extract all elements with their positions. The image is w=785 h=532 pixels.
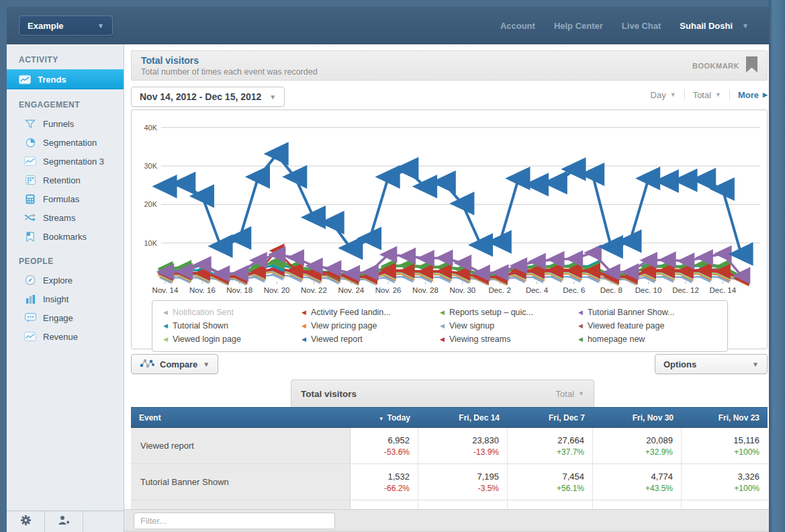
funnel-icon [24, 118, 36, 129]
value-cell: 7,454+56.1% [508, 464, 593, 500]
legend-item-viewed-feature-page[interactable]: ◀Viewed feature page [578, 320, 717, 332]
column-header-fri-dec-14[interactable]: Fri, Dec 14 [418, 413, 508, 423]
options-dropdown[interactable]: Options ▼ [655, 354, 768, 374]
value-cell: 6,952-53.6% [351, 428, 418, 463]
legend-item-viewing-streams[interactable]: ◀Viewing streams [440, 333, 578, 346]
legend-item-view-pricing-page[interactable]: ◀View pricing page [302, 320, 440, 332]
metric-dropdown[interactable]: Total ▼ [693, 90, 721, 100]
legend-item-viewed-report[interactable]: ◀Viewed report [302, 333, 440, 346]
compare-button[interactable]: Compare ▼ [131, 354, 218, 374]
nav-live-chat[interactable]: Live Chat [622, 21, 661, 31]
project-selector[interactable]: Example ▼ [19, 15, 113, 36]
column-header-event[interactable]: Event [131, 413, 351, 423]
change-percent: -66.2% [384, 484, 410, 493]
column-header-fri-nov-30[interactable]: Fri, Nov 30 [593, 413, 682, 423]
chevron-down-icon: ▼ [715, 91, 721, 98]
legend-item-notification-sent[interactable]: ◀Notification Sent [163, 306, 302, 319]
sidebar-item-segmentation[interactable]: Segmentation [7, 133, 124, 152]
top-bar: Example ▼ Account Help Center Live Chat … [7, 7, 769, 44]
value-cell: 4,774+43.5% [593, 464, 682, 500]
calc-icon [24, 193, 36, 204]
table-metric-label: Total [556, 389, 574, 399]
nav-account[interactable]: Account [500, 21, 535, 31]
series-marker-icon: ◀ [163, 306, 168, 319]
sidebar-item-streams[interactable]: Streams [7, 208, 124, 227]
invite-user-button[interactable] [45, 511, 83, 532]
sidebar-item-insight[interactable]: Insight [7, 290, 124, 308]
series-marker-icon: ◀ [302, 333, 306, 346]
sidebar-item-segmentation-3[interactable]: Segmentation 3 [7, 152, 124, 171]
svg-text:Nov. 18: Nov. 18 [226, 286, 252, 294]
compass-icon [24, 275, 36, 285]
value-cell: 27,664+37.7% [508, 428, 593, 463]
bars-icon [24, 294, 36, 304]
column-header-today[interactable]: ▼Today [351, 413, 418, 423]
spark-icon [19, 74, 31, 85]
report-title: Total visitors [141, 55, 318, 66]
svg-text:Nov. 20: Nov. 20 [264, 286, 290, 294]
svg-text:Dec. 6: Dec. 6 [563, 286, 585, 294]
legend-item-tutorial-shown[interactable]: ◀Tutorial Shown [163, 320, 302, 332]
svg-text:Dec. 8: Dec. 8 [600, 286, 622, 294]
legend-item-tutorial-banner-show-[interactable]: ◀Tutorial Banner Show... [578, 306, 717, 319]
date-range-picker[interactable]: Nov 14, 2012 - Dec 15, 2012 ▼ [131, 87, 285, 107]
bookmark-ribbon-icon [746, 56, 757, 75]
nav-help-center[interactable]: Help Center [554, 21, 603, 31]
change-percent: -13.9% [473, 447, 499, 457]
value-cell: 7,195-3.5% [418, 464, 508, 500]
table-row[interactable]: Tutorial Banner Shown1,532-66.2%7,195-3.… [131, 464, 768, 500]
sidebar-item-funnels[interactable]: Funnels [7, 114, 124, 133]
legend-item-view-signup[interactable]: ◀View signup [440, 320, 578, 332]
table-metric-dropdown[interactable]: Total ▼ [556, 389, 584, 399]
sidebar-item-engage[interactable]: Engage [7, 308, 124, 327]
trends-chart-svg[interactable]: 10K20K30K40KNov. 14Nov. 16Nov. 18Nov. 20… [132, 114, 768, 297]
sidebar-item-trends[interactable]: Trends [7, 69, 124, 89]
user-menu[interactable]: Suhail Doshi [680, 21, 733, 31]
chevron-down-icon: ▼ [670, 91, 676, 98]
series-marker-icon: ◀ [578, 306, 583, 319]
legend-item-activity-feed-landin-[interactable]: ◀Activity Feed landin... [302, 306, 440, 319]
sidebar-item-revenue[interactable]: Revenue [7, 327, 124, 346]
series-marker-icon: ◀ [578, 320, 583, 332]
interval-dropdown[interactable]: Day ▼ [651, 90, 676, 100]
settings-button[interactable] [7, 511, 45, 532]
table-row[interactable]: Viewed report6,952-53.6%23,830-13.9%27,6… [131, 428, 768, 464]
svg-text:Nov. 22: Nov. 22 [301, 286, 327, 294]
series-marker-icon: ◀ [440, 320, 445, 332]
sidebar-nav: ACTIVITYTrendsENGAGEMENTFunnelsSegmentat… [7, 55, 124, 346]
page-right-margin [769, 0, 785, 532]
trends-chart-panel: 10K20K30K40KNov. 14Nov. 16Nov. 18Nov. 20… [131, 109, 768, 349]
legend-item-homepage-new[interactable]: ◀homepage new [578, 333, 717, 346]
chevron-down-icon: ▼ [269, 93, 276, 101]
bookmark-button[interactable]: BOOKMARK [692, 56, 757, 75]
svg-text:30K: 30K [144, 162, 157, 170]
sidebar-item-explore[interactable]: Explore [7, 271, 124, 290]
compare-nodes-icon [140, 358, 154, 371]
table-header-row: Event▼TodayFri, Dec 14Fri, Dec 7Fri, Nov… [131, 407, 768, 428]
top-nav: Account Help Center Live Chat Suhail Dos… [500, 7, 749, 44]
sidebar-item-formulas[interactable]: Formulas [7, 189, 124, 208]
filter-bar [124, 509, 769, 532]
series-marker-icon: ◀ [163, 320, 168, 332]
svg-text:Nov. 26: Nov. 26 [375, 286, 402, 294]
grid-icon [24, 175, 36, 185]
column-header-fri-dec-7[interactable]: Fri, Dec 7 [508, 413, 593, 423]
sidebar-bottom-bar [7, 511, 124, 532]
sidebar-item-retention[interactable]: Retention [7, 171, 124, 189]
legend-item-viewed-login-page[interactable]: ◀Viewed login page [163, 333, 302, 346]
user-chevron-down-icon[interactable]: ▼ [742, 22, 749, 30]
legend-item-reports-setup-quic-[interactable]: ◀Reports setup – quic... [440, 306, 578, 319]
filter-input[interactable] [134, 513, 335, 529]
chevron-right-icon: ▶ [763, 91, 768, 98]
sort-desc-icon: ▼ [379, 416, 384, 422]
sidebar-item-bookmarks[interactable]: Bookmarks [7, 227, 124, 246]
column-header-fri-nov-23[interactable]: Fri, Nov 23 [682, 413, 768, 423]
svg-text:Dec. 14: Dec. 14 [709, 286, 736, 294]
pie-icon [24, 137, 36, 148]
more-button[interactable]: More ▶ [738, 90, 768, 100]
sidebar: ACTIVITYTrendsENGAGEMENTFunnelsSegmentat… [7, 44, 124, 532]
svg-text:Nov. 24: Nov. 24 [338, 286, 364, 294]
chart-controls: Nov 14, 2012 - Dec 15, 2012 ▼ Day ▼ Tota… [131, 87, 768, 107]
value-cell: 15,116+100% [682, 428, 768, 463]
chevron-down-icon: ▼ [203, 361, 210, 368]
